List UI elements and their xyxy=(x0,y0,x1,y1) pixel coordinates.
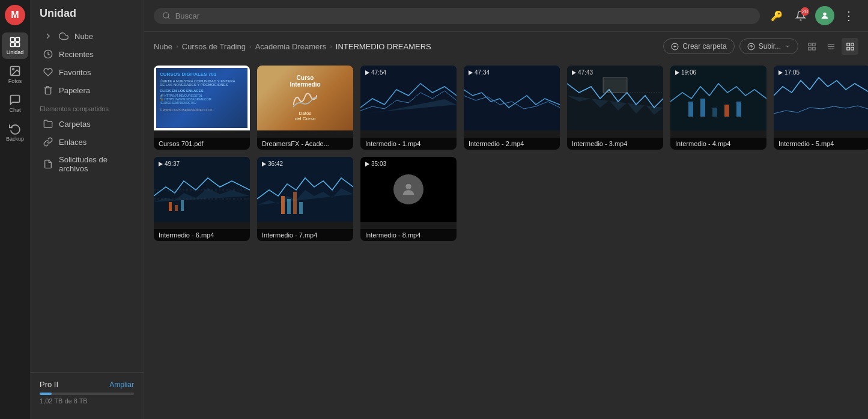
file-thumb: 47:54 xyxy=(360,66,457,130)
svg-rect-42 xyxy=(175,205,178,211)
file-card-intermedio5[interactable]: 17:05 Intermedio - 5.mp4 xyxy=(774,66,868,150)
sidebar-nav-enlaces[interactable]: Enlaces xyxy=(34,133,140,151)
sidebar-nav-recientes[interactable]: Recientes xyxy=(34,45,140,63)
duration-badge: 47:54 xyxy=(365,69,386,76)
file-card-intermedio1[interactable]: 47:54 Intermedio - 1.mp4 xyxy=(360,66,457,150)
file-card-intermedio4[interactable]: 19:06 Intermedio - 4.mp4 xyxy=(670,66,766,150)
svg-rect-25 xyxy=(851,47,853,49)
svg-rect-15 xyxy=(808,43,810,45)
file-thumb: 19:06 xyxy=(670,66,766,130)
upload-button[interactable]: Subir... xyxy=(739,38,798,54)
cloud-icon xyxy=(59,31,68,41)
file-name-intermedio6: Intermedio - 6.mp4 xyxy=(154,229,250,241)
view-toggle xyxy=(803,38,858,55)
heart-icon xyxy=(43,67,53,77)
file-card-intermedio7[interactable]: 36:42 Intermedio - 7.mp4 xyxy=(257,157,353,241)
duration-badge: 47:34 xyxy=(469,69,490,76)
breadcrumb-current: INTERMEDIO DREAMERS xyxy=(336,42,431,51)
sidebar-nav-solicitudes[interactable]: Solicitudes de archivos xyxy=(34,151,140,177)
user-icon xyxy=(820,11,830,20)
svg-rect-22 xyxy=(846,43,849,45)
topbar-actions: 🔑 28 ⋮ xyxy=(767,6,858,25)
plan-name: Pro II xyxy=(40,380,58,389)
svg-rect-36 xyxy=(736,102,741,117)
breadcrumb-nube[interactable]: Nube xyxy=(154,42,172,51)
file-name-intermedio2: Intermedio - 2.mp4 xyxy=(464,138,560,150)
search-icon xyxy=(162,11,171,20)
sidebar-nav-papelera[interactable]: Papelera xyxy=(34,81,140,99)
svg-rect-32 xyxy=(688,102,693,117)
view-grid-button[interactable] xyxy=(842,38,858,55)
sidebar-nav-carpetas[interactable]: Carpetas xyxy=(34,115,140,133)
breadcrumb-sep-3: › xyxy=(330,43,332,50)
svg-rect-17 xyxy=(808,47,810,49)
create-folder-button[interactable]: Crear carpeta xyxy=(663,38,734,54)
svg-rect-24 xyxy=(846,47,849,49)
duration-badge: 17:05 xyxy=(778,69,800,76)
files-row-1: CURSOS DIGITALES 701 ÚNETE A NUESTRA COM… xyxy=(154,66,858,150)
breadcrumb-sep-2: › xyxy=(249,43,252,50)
svg-point-49 xyxy=(405,184,411,189)
breadcrumb-academia[interactable]: Academia Dreamers xyxy=(255,42,327,51)
breadcrumb-bar: Nube › Cursos de Trading › Academia Drea… xyxy=(144,32,868,61)
svg-rect-2 xyxy=(11,43,15,47)
search-box[interactable] xyxy=(154,8,760,24)
svg-rect-3 xyxy=(16,43,20,47)
sidebar-nav-nube[interactable]: Nube xyxy=(34,27,140,45)
file-name-intermedio3: Intermedio - 3.mp4 xyxy=(567,138,663,150)
main-content: 🔑 28 ⋮ Nube › Cursos de Trading › Acad xyxy=(144,0,868,419)
file-name-dreamers: DreamersFX - Acade... xyxy=(257,138,353,150)
more-menu-button[interactable]: ⋮ xyxy=(839,6,858,25)
sidebar-item-chat[interactable]: Chat xyxy=(2,90,28,117)
file-thumb: 17:05 xyxy=(774,66,868,130)
grid-icon xyxy=(846,42,855,51)
breadcrumb-actions: Crear carpeta Subir... xyxy=(663,38,858,55)
chevron-right-icon xyxy=(43,31,53,41)
view-icon-button[interactable] xyxy=(803,38,820,55)
file-thumb: 35:03 xyxy=(360,157,457,222)
file-card-dreamers[interactable]: Curso Intermedio Datosdel Curso Dreamers… xyxy=(257,66,353,150)
file-card-intermedio3[interactable]: 47:43 Intermedio - 3.mp4 xyxy=(567,66,663,150)
clock-icon xyxy=(43,49,53,59)
svg-point-9 xyxy=(823,13,826,16)
avatar-placeholder xyxy=(393,174,423,204)
duration-badge: 47:43 xyxy=(572,69,593,76)
sidebar-plan: Pro II Ampliar xyxy=(40,380,134,389)
breadcrumb-cursos[interactable]: Cursos de Trading xyxy=(182,42,246,51)
sidebar-item-backup[interactable]: Backup xyxy=(2,119,28,145)
svg-rect-29 xyxy=(603,78,627,93)
duration-badge: 19:06 xyxy=(675,69,696,76)
file-name-cursos701: Cursos 701.pdf xyxy=(154,138,250,150)
square-icon xyxy=(807,42,816,51)
file-name-intermedio7: Intermedio - 7.mp4 xyxy=(257,229,353,241)
breadcrumb: Nube › Cursos de Trading › Academia Drea… xyxy=(154,42,431,51)
breadcrumb-sep-1: › xyxy=(176,43,178,50)
user-avatar[interactable]: M xyxy=(5,5,25,25)
file-card-intermedio2[interactable]: 47:34 Intermedio - 2.mp4 xyxy=(464,66,560,150)
file-card-intermedio6[interactable]: 49:37 Intermedio - 6.mp4 xyxy=(154,157,250,241)
file-icon xyxy=(43,159,53,169)
search-input[interactable] xyxy=(175,11,751,20)
file-name-intermedio4: Intermedio - 4.mp4 xyxy=(670,138,766,150)
sidebar-title: Unidad xyxy=(30,7,144,27)
svg-point-5 xyxy=(13,69,14,70)
svg-rect-35 xyxy=(724,105,729,117)
view-list-button[interactable] xyxy=(822,38,839,55)
file-card-intermedio8[interactable]: 35:03 Intermedio - 8.mp4 xyxy=(360,157,457,241)
sidebar-section-label: Elementos compartidos xyxy=(30,99,144,115)
files-row-2: 49:37 Intermedio - 6.mp4 xyxy=(154,157,858,241)
link-icon xyxy=(43,137,53,147)
svg-rect-46 xyxy=(287,199,291,214)
sidebar-nav-favoritos[interactable]: Favoritos xyxy=(34,63,140,81)
file-name-intermedio8: Intermedio - 8.mp4 xyxy=(360,229,457,241)
sidebar-item-unidad[interactable]: Unidad xyxy=(2,32,28,59)
list-icon xyxy=(827,42,836,51)
sidebar-item-fotos[interactable]: Fotos xyxy=(2,61,28,88)
sidebar-bottom: Pro II Ampliar 1,02 TB de 8 TB xyxy=(30,372,144,412)
svg-rect-45 xyxy=(281,196,285,214)
plan-upgrade-link[interactable]: Ampliar xyxy=(109,381,134,389)
notification-button[interactable]: 28 xyxy=(791,6,810,25)
user-avatar-topbar[interactable] xyxy=(815,6,834,25)
key-icon-button[interactable]: 🔑 xyxy=(767,6,786,25)
file-card-cursos701[interactable]: CURSOS DIGITALES 701 ÚNETE A NUESTRA COM… xyxy=(154,66,250,150)
